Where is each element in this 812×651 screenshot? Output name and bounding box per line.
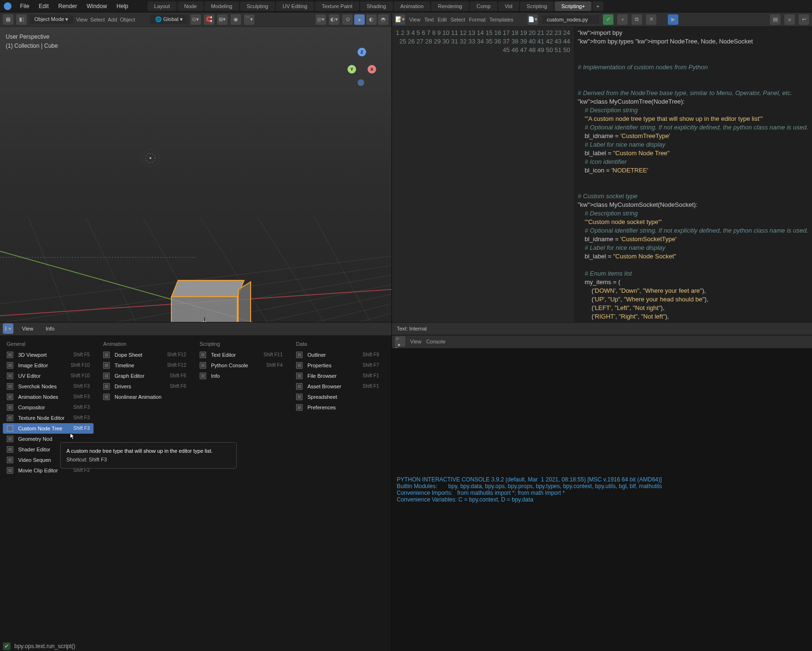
- mode-icon[interactable]: ◧: [16, 14, 27, 25]
- editor-type-item-nonlinear-animation[interactable]: Nonlinear Animation: [99, 392, 190, 402]
- editor-type-item-shortcut: Shift F1: [363, 373, 379, 378]
- editor-type-item-asset-browser[interactable]: Asset BrowserShift F1: [292, 381, 383, 392]
- register-toggle-icon[interactable]: ✔: [603, 14, 613, 25]
- editor-type-item-preferences[interactable]: Preferences: [292, 402, 383, 413]
- text-filename-field[interactable]: custom_nodes.py: [542, 15, 599, 24]
- workspace-tab-scripting-[interactable]: Scripting+: [555, 1, 591, 11]
- workspace-tab-comp[interactable]: Comp: [470, 1, 497, 11]
- editor-type-item-icon: [296, 404, 304, 411]
- editor-type-item-timeline[interactable]: TimelineShift F12: [99, 360, 190, 371]
- text-menu-text[interactable]: Text: [424, 17, 434, 22]
- solid-shading-icon[interactable]: ●: [354, 14, 365, 25]
- editor-type-item-dope-sheet[interactable]: Dope SheetShift F12: [99, 350, 190, 360]
- menu-file[interactable]: File: [15, 1, 34, 11]
- editor-type-item-texture-node-editor[interactable]: Texture Node EditorShift F3: [3, 413, 94, 423]
- text-menu-edit[interactable]: Edit: [438, 17, 447, 22]
- proportional-icon[interactable]: ◉: [231, 14, 241, 25]
- editor-type-item-icon: [7, 425, 14, 432]
- editor-type-item-outliner[interactable]: OutlinerShift F9: [292, 350, 383, 360]
- snap-icon[interactable]: 🧲: [204, 14, 214, 25]
- workspace-tab-vid[interactable]: Vid: [498, 1, 519, 11]
- editor-type-item-drivers[interactable]: DriversShift F6: [99, 381, 190, 392]
- editor-type-item-3d-viewport[interactable]: 3D ViewportShift F5: [3, 350, 94, 360]
- text-menu-select[interactable]: Select: [451, 17, 465, 22]
- viewport-menu-object[interactable]: Object: [120, 17, 135, 22]
- workspace-tab-layout[interactable]: Layout: [148, 1, 177, 11]
- editor-type-item-image-editor[interactable]: Image EditorShift F10: [3, 360, 94, 371]
- code-content[interactable]: "kw">import bpy "kw">from bpy.types "kw"…: [574, 27, 812, 322]
- workspace-tab-scripting[interactable]: Scripting: [520, 1, 554, 11]
- new-text-icon[interactable]: ＋: [617, 14, 628, 25]
- workspace-tab-texture-paint[interactable]: Texture Paint: [315, 1, 359, 11]
- editor-type-item-graph-editor[interactable]: Graph EditorShift F6: [99, 371, 190, 381]
- popup-column-header: Animation: [99, 337, 190, 350]
- workspace-tab-animation[interactable]: Animation: [394, 1, 431, 11]
- python-console[interactable]: PYTHON INTERACTIVE CONSOLE 3.9.2 (defaul…: [392, 348, 812, 651]
- console-line: Builtin Modules: bpy, bpy.data, bpy.ops,…: [397, 483, 807, 490]
- editor-type-item-compositor[interactable]: CompositorShift F3: [3, 402, 94, 413]
- editor-type-item-label: Sverchok Nodes: [18, 384, 57, 389]
- snap-mode-icon[interactable]: ⊞▾: [217, 14, 228, 25]
- workspace-tab-rendering[interactable]: Rendering: [431, 1, 469, 11]
- wireframe-shading-icon[interactable]: ⊙: [342, 14, 353, 25]
- overlay-icon[interactable]: ◐▾: [329, 14, 339, 25]
- blender-logo-icon[interactable]: [4, 2, 11, 10]
- editor-type-item-label: Properties: [307, 363, 331, 368]
- add-workspace-tab[interactable]: +: [592, 1, 603, 11]
- text-editor-type-icon[interactable]: 📝▾: [395, 14, 405, 25]
- 3d-viewport[interactable]: User Perspective (1) Collection | Cube Z…: [0, 27, 391, 322]
- workspace-tab-node[interactable]: Node: [178, 1, 203, 11]
- workspace-tab-uv-editing[interactable]: UV Editing: [276, 1, 314, 11]
- workspace-tab-shading[interactable]: Shading: [360, 1, 392, 11]
- light-object-icon[interactable]: [138, 146, 162, 170]
- editor-type-item-file-browser[interactable]: File BrowserShift F1: [292, 371, 383, 381]
- info-menu-view[interactable]: View: [18, 324, 37, 333]
- editor-type-button[interactable]: ℹ ▾: [3, 323, 13, 334]
- viewport-menu-view[interactable]: View: [76, 17, 87, 22]
- editor-type-item-custom-node-tree[interactable]: Custom Node TreeShift F3: [3, 423, 94, 434]
- proportional-mode-icon[interactable]: ⌒▾: [244, 14, 254, 25]
- run-script-button[interactable]: ▶: [668, 14, 678, 25]
- editor-type-item-python-console[interactable]: Python ConsoleShift F4: [196, 360, 286, 371]
- editor-type-item-spreadsheet[interactable]: Spreadsheet: [292, 392, 383, 402]
- menu-help[interactable]: Help: [112, 1, 133, 11]
- transform-orientation[interactable]: 🌐 Global ▾: [150, 15, 188, 24]
- viewport-menu-select[interactable]: Select: [90, 17, 105, 22]
- rendered-shading-icon[interactable]: ◓: [378, 14, 389, 25]
- editor-type-icon[interactable]: ▦: [3, 14, 13, 25]
- console-menu-view[interactable]: View: [410, 339, 422, 344]
- line-numbers-icon[interactable]: ≡: [784, 14, 795, 25]
- text-datablock-icon[interactable]: 📄▾: [527, 14, 538, 25]
- console-editor-type-icon[interactable]: ＞_▾: [395, 336, 405, 347]
- text-menu-view[interactable]: View: [409, 17, 421, 22]
- svg-rect-39: [8, 448, 12, 451]
- workspace-tab-sculpting[interactable]: Sculpting: [240, 1, 275, 11]
- wrap-icon[interactable]: ↩: [799, 14, 809, 25]
- menu-render[interactable]: Render: [53, 1, 82, 11]
- info-menu-info[interactable]: Info: [42, 324, 58, 333]
- matprev-shading-icon[interactable]: ◐: [366, 14, 377, 25]
- svg-rect-49: [105, 374, 108, 378]
- syntax-toggle-icon[interactable]: ▤: [770, 14, 780, 25]
- menu-edit[interactable]: Edit: [34, 1, 53, 11]
- editor-type-item-text-editor[interactable]: Text EditorShift F11: [196, 350, 286, 360]
- editor-type-item-uv-editor[interactable]: UV EditorShift F10: [3, 371, 94, 381]
- gizmo-visibility-icon[interactable]: ◎▾: [316, 14, 326, 25]
- workspace-tab-modeling[interactable]: Modeling: [204, 1, 239, 11]
- pivot-icon[interactable]: ⊙▾: [190, 14, 201, 25]
- open-text-icon[interactable]: ⧉: [632, 14, 642, 25]
- text-menu-format[interactable]: Format: [469, 17, 485, 22]
- unlink-text-icon[interactable]: ✕: [646, 14, 656, 25]
- editor-type-item-info[interactable]: Info: [196, 371, 286, 381]
- object-mode-selector[interactable]: Object Mode ▾: [30, 15, 73, 24]
- viewport-menu-add[interactable]: Add: [108, 17, 117, 22]
- mouse-cursor-icon: [70, 433, 75, 440]
- editor-type-item-sverchok-nodes[interactable]: Sverchok NodesShift F3: [3, 381, 94, 392]
- cube-object[interactable]: [162, 280, 248, 322]
- console-menu-console[interactable]: Console: [426, 339, 445, 344]
- editor-type-item-properties[interactable]: PropertiesShift F7: [292, 360, 383, 371]
- text-editor-area[interactable]: 1 2 3 4 5 6 7 8 9 10 11 12 13 14 15 16 1…: [392, 27, 812, 322]
- text-menu-templates[interactable]: Templates: [489, 17, 513, 22]
- menu-window[interactable]: Window: [82, 1, 112, 11]
- editor-type-item-animation-nodes[interactable]: Animation NodesShift F3: [3, 392, 94, 402]
